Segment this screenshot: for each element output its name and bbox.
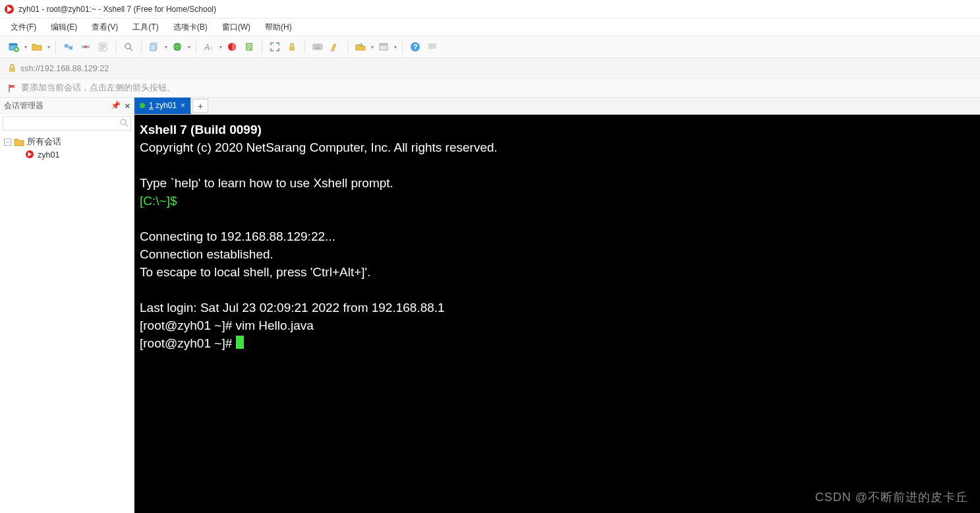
fullscreen-button[interactable] [268, 40, 282, 54]
color-scheme-button[interactable] [225, 40, 239, 54]
svg-text:?: ? [413, 43, 418, 51]
pin-icon[interactable]: 📌 [111, 101, 121, 110]
xftp-button[interactable] [353, 40, 368, 54]
tab-close-icon[interactable]: × [181, 101, 185, 110]
separator [262, 40, 262, 53]
svg-rect-21 [380, 44, 388, 45]
keyboard-button[interactable] [310, 40, 325, 54]
tree-item-label: zyh01 [38, 150, 59, 160]
session-tree: − 所有会话 zyh01 [0, 133, 134, 164]
svg-rect-18 [289, 46, 295, 51]
separator [141, 40, 142, 53]
session-search [0, 114, 134, 133]
toolbar: ▾ ▾ ▾ ▾ AA▾ ▾ ▾ ? [0, 36, 980, 58]
flag-icon [8, 84, 17, 93]
menu-view[interactable]: 查看(V) [86, 20, 123, 35]
help-button[interactable]: ? [408, 40, 422, 54]
menu-edit[interactable]: 编辑(E) [45, 20, 82, 35]
terminal-line: Last login: Sat Jul 23 02:09:21 2022 fro… [140, 301, 445, 315]
font-button[interactable]: AA [202, 40, 216, 54]
session-icon [25, 150, 34, 161]
dropdown-icon[interactable]: ▾ [47, 44, 50, 50]
window-title: zyh01 - root@zyh01:~ - Xshell 7 (Free fo… [18, 5, 216, 14]
svg-rect-24 [9, 67, 15, 72]
session-manager-title: 会话管理器 [4, 100, 43, 111]
dropdown-icon[interactable]: ▾ [219, 44, 222, 50]
script-button[interactable] [242, 40, 256, 54]
hint-text: 要添加当前会话，点击左侧的箭头按钮。 [21, 82, 175, 94]
dropdown-icon[interactable]: ▾ [165, 44, 167, 50]
menu-tools[interactable]: 工具(T) [127, 20, 163, 35]
app-logo-icon [4, 4, 14, 15]
disconnect-button[interactable] [78, 40, 93, 54]
terminal[interactable]: Xshell 7 (Build 0099) Copyright (c) 2020… [134, 115, 980, 513]
menu-window[interactable]: 窗口(W) [217, 20, 256, 35]
svg-rect-7 [87, 45, 90, 48]
tree-root[interactable]: − 所有会话 [3, 135, 131, 148]
terminal-line: [root@zyh01 ~]# [140, 336, 236, 350]
address-bar[interactable]: ssh://192.168.88.129:22 [0, 58, 980, 79]
tree-root-label: 所有会话 [27, 136, 61, 148]
svg-text:A: A [208, 45, 213, 51]
tab-session[interactable]: 1 zyh01 × [134, 98, 191, 114]
open-button[interactable] [30, 40, 44, 54]
paste-button[interactable] [170, 40, 185, 54]
terminal-line: To escape to local shell, press 'Ctrl+Al… [140, 265, 370, 279]
reconnect-button[interactable] [61, 40, 76, 54]
session-search-input[interactable] [3, 116, 131, 131]
properties-button[interactable] [96, 40, 110, 54]
menu-file[interactable]: 文件(F) [5, 20, 42, 35]
separator [55, 40, 56, 53]
dropdown-icon[interactable]: ▾ [371, 44, 374, 50]
session-manager-header: 会话管理器 📌 × [0, 98, 134, 114]
terminal-line: Connecting to 192.168.88.129:22... [140, 229, 335, 243]
tree-item[interactable]: zyh01 [3, 148, 131, 162]
terminal-line: Connection established. [140, 247, 274, 261]
menu-help[interactable]: 帮助(H) [260, 20, 297, 35]
lock-button[interactable] [285, 40, 299, 54]
collapse-icon[interactable]: − [4, 138, 11, 146]
find-button[interactable] [121, 40, 136, 54]
separator [196, 40, 196, 53]
terminal-cursor [236, 336, 244, 349]
panel-close-icon[interactable]: × [125, 101, 130, 111]
main-area: 1 zyh01 × + Xshell 7 (Build 0099) Copyri… [134, 98, 980, 513]
terminal-local-prompt: [C:\~]$ [140, 194, 177, 208]
workspace: 会话管理器 📌 × − 所有会话 zyh01 [0, 98, 980, 513]
terminal-line: Xshell 7 (Build 0099) [140, 123, 262, 136]
status-dot-icon [140, 103, 145, 108]
highlight-button[interactable] [328, 40, 342, 54]
lock-icon [8, 64, 16, 73]
folder-icon [14, 137, 24, 146]
new-window-button[interactable] [376, 40, 391, 54]
address-text: ssh://192.168.88.129:22 [20, 64, 109, 73]
tab-strip: 1 zyh01 × + [134, 98, 980, 115]
svg-rect-5 [69, 46, 72, 49]
svg-rect-11 [150, 44, 156, 51]
title-bar: zyh01 - root@zyh01:~ - Xshell 7 (Free fo… [0, 0, 980, 18]
svg-point-9 [125, 44, 130, 49]
session-manager-panel: 会话管理器 📌 × − 所有会话 zyh01 [0, 98, 134, 513]
terminal-line: [root@zyh01 ~]# vim Hello.java [140, 318, 314, 332]
separator [304, 40, 305, 53]
dropdown-icon[interactable]: ▾ [24, 44, 27, 50]
menu-bar: 文件(F) 编辑(E) 查看(V) 工具(T) 选项卡(B) 窗口(W) 帮助(… [0, 18, 980, 36]
terminal-line: Copyright (c) 2020 NetSarang Computer, I… [140, 140, 498, 154]
tab-index: 1 [149, 101, 154, 110]
hint-bar: 要添加当前会话，点击左侧的箭头按钮。 [0, 79, 980, 98]
separator [402, 40, 403, 53]
chat-button[interactable] [425, 40, 440, 54]
svg-rect-4 [65, 44, 68, 47]
copy-button[interactable] [147, 40, 161, 54]
tab-name: zyh01 [156, 101, 177, 110]
new-session-button[interactable] [7, 40, 21, 54]
separator [115, 40, 116, 53]
terminal-line: Type `help' to learn how to use Xshell p… [140, 176, 393, 190]
menu-tabs[interactable]: 选项卡(B) [168, 20, 213, 35]
separator [347, 40, 348, 53]
svg-rect-2 [9, 44, 17, 45]
add-tab-button[interactable]: + [192, 99, 208, 113]
dropdown-icon[interactable]: ▾ [394, 44, 397, 50]
svg-rect-6 [82, 45, 84, 48]
dropdown-icon[interactable]: ▾ [188, 44, 190, 50]
